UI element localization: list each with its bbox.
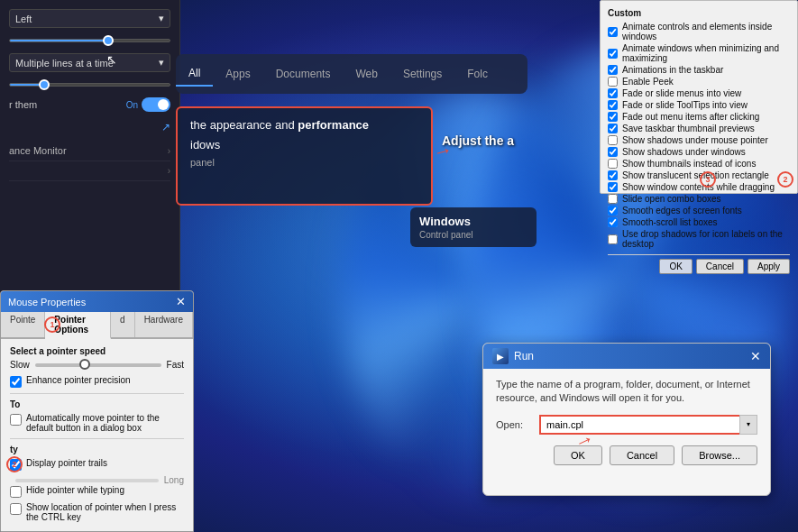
snap-to-row: Automatically move pointer to the defaul… [10,413,184,433]
perf-checkbox-row: Show translucent selection rectangle [608,170,790,180]
tab-settings[interactable]: Settings [390,62,454,86]
search-bar: All Apps Documents Web Settings Folc [176,54,527,94]
perf-checkbox-4[interactable] [608,88,618,98]
multiple-lines-label: Multiple lines at a time [15,58,114,69]
perf-checkbox-row: Animate windows when minimizing and maxi… [608,43,790,63]
hide-typing-checkbox[interactable] [10,486,22,498]
menu-item-2[interactable]: › [9,161,170,181]
perf-checkbox-11[interactable] [608,170,618,180]
mouse-dialog-tabs: Pointe Pointer Options d Hardware [1,312,193,339]
external-link-icon[interactable]: ↗ [161,121,170,133]
mouse-tab-pointe[interactable]: Pointe [1,312,45,337]
hide-typing-row: Hide pointer while typing [10,485,184,498]
trails-track[interactable] [15,479,159,482]
perf-checkbox-label-0: Animate controls and elements inside win… [622,22,790,41]
tab-web[interactable]: Web [343,62,390,86]
pointer-trails-label: Display pointer trails [26,458,107,468]
dropdown-value: Left [15,14,32,24]
toggle-label: r them [9,99,37,110]
chevron-down-icon: ▾ [159,13,164,24]
chevron-down-icon-2: ▾ [159,57,164,69]
perf-checkbox-label-1: Animate windows when minimizing and maxi… [622,43,790,63]
slow-label: Slow [10,360,30,370]
pointer-speed-title: Select a pointer speed [10,346,184,356]
perf-checkbox-9[interactable] [608,147,618,157]
perf-checkbox-label-3: Enable Peek [622,77,674,87]
second-slider-fill [10,84,41,86]
perf-checkbox-3[interactable] [608,77,618,87]
mouse-dialog-title: Mouse Properties [8,297,86,307]
mouse-tab-d[interactable]: d [111,312,135,337]
run-dropdown-button[interactable]: ▾ [739,415,757,435]
perf-checkbox-8[interactable] [608,135,618,145]
perf-checkbox-label-2: Animations in the taskbar [622,65,723,75]
run-title: Run [514,350,534,362]
slider-thumb[interactable] [103,35,114,46]
enhance-precision-checkbox[interactable] [10,376,22,388]
run-browse-button[interactable]: Browse... [682,445,757,465]
perf-checkbox-row: Enable Peek [608,77,790,87]
snap-to-checkbox[interactable] [10,414,22,426]
tab-folders[interactable]: Folc [454,62,500,86]
performance-box: the appearance and performance idows pan… [176,106,433,206]
perf-checkbox-2[interactable] [608,65,618,75]
cancel-button[interactable]: Cancel [696,259,744,274]
run-cancel-button[interactable]: Cancel [610,445,674,465]
perf-checkbox-13[interactable] [608,194,618,204]
speed-track[interactable] [35,363,161,367]
perf-checkbox-label-10: Show thumbnails instead of icons [622,159,756,169]
perf-checkbox-row: Animate controls and elements inside win… [608,22,790,41]
perf-checkbox-label-16: Use drop shadows for icon labels on the … [622,229,790,249]
badge-2-right: 2 [777,171,793,188]
perf-checkbox-row: Fade or slide ToolTips into view [608,100,790,110]
perf-checkbox-label-15: Smooth-scroll list boxes [622,217,718,227]
perf-checkbox-label-8: Show shadows under mouse pointer [622,135,768,145]
perf-checkbox-6[interactable] [608,112,618,122]
second-slider-track[interactable] [9,83,170,87]
mouse-tab-hardware[interactable]: Hardware [135,312,193,337]
menu-item-performance-monitor[interactable]: ance Monitor › [9,141,170,161]
perf-checkbox-1[interactable] [608,49,618,59]
toggle-state-label: On [126,100,138,110]
run-titlebar-left: ▶ Run [492,348,534,364]
windows-title: Windows [419,215,527,228]
enhance-precision-row: Enhance pointer precision [10,375,184,388]
link-row: ↗ [9,121,170,133]
multiple-lines-dropdown[interactable]: Multiple lines at a time ▾ [9,53,170,72]
second-slider-thumb[interactable] [39,79,50,90]
perf-checkbox-5[interactable] [608,100,618,110]
perf-checkbox-14[interactable] [608,206,618,216]
perf-checkbox-0[interactable] [608,27,618,37]
perf-checkbox-row: Show shadows under windows [608,147,790,157]
perf-checkbox-row: Save taskbar thumbnail previews [608,124,790,133]
perf-checkbox-16[interactable] [608,234,618,244]
speed-thumb[interactable] [79,359,90,370]
mouse-dialog-close-button[interactable]: ✕ [176,295,186,308]
perf-checkbox-10[interactable] [608,159,618,169]
ok-button[interactable]: OK [659,259,692,274]
perf-checkbox-label-14: Smooth edges of screen fonts [622,206,742,216]
perf-checkbox-row: Animations in the taskbar [608,65,790,75]
toggle-switch[interactable] [142,97,170,112]
scroll-slider-track[interactable] [9,39,170,42]
visibility-title: ty [10,445,184,454]
run-input-field[interactable] [539,415,757,435]
tab-apps[interactable]: Apps [213,62,262,86]
enhance-precision-label: Enhance pointer precision [26,375,131,385]
tab-all[interactable]: All [176,61,213,87]
mouse-dialog-body: Select a pointer speed Slow Fast Enhance… [1,339,193,532]
perf-checkbox-15[interactable] [608,217,618,227]
ctrl-location-checkbox[interactable] [10,503,22,515]
perf-checkbox-12[interactable] [608,182,618,192]
mouse-properties-dialog: Mouse Properties ✕ Pointe Pointer Option… [0,290,194,532]
hide-typing-label: Hide pointer while typing [26,485,124,495]
apply-button[interactable]: Apply [748,259,790,274]
perf-checkbox-7[interactable] [608,124,618,133]
run-close-button[interactable]: ✕ [750,349,761,363]
perf-checkbox-row: Slide open combo boxes [608,194,790,204]
perf-checkbox-label-5: Fade or slide ToolTips into view [622,100,748,110]
adjust-label: Adjust the a [442,133,514,148]
left-dropdown[interactable]: Left ▾ [9,9,170,28]
tab-documents[interactable]: Documents [263,62,344,86]
perf-checkbox-label-9: Show shadows under windows [622,147,746,157]
